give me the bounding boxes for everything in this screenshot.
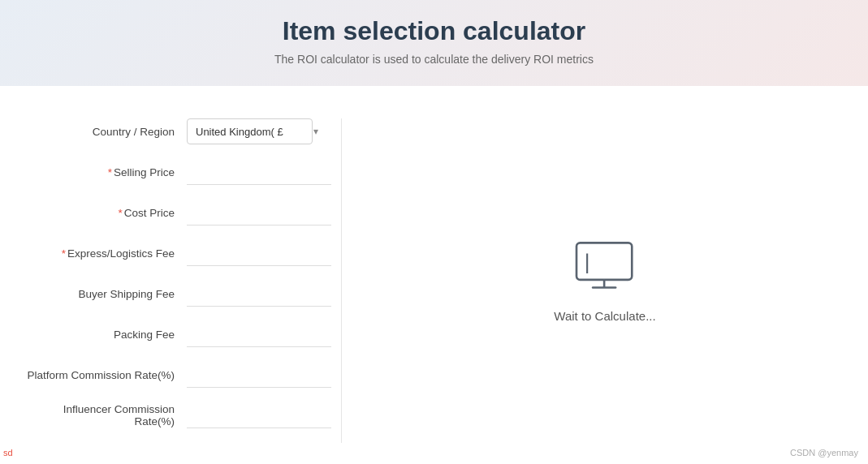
express-logistics-fee-input[interactable] bbox=[187, 240, 331, 266]
buyer-shipping-fee-row: Buyer Shipping Fee bbox=[24, 281, 325, 307]
country-select[interactable]: United Kingdom( £ bbox=[187, 118, 313, 144]
packing-fee-row: Packing Fee bbox=[24, 321, 325, 347]
page-subtitle: The ROI calculator is used to calculate … bbox=[32, 53, 836, 66]
monitor-icon bbox=[572, 239, 637, 296]
platform-commission-input[interactable] bbox=[187, 362, 331, 388]
required-star-cost: * bbox=[118, 207, 122, 219]
wait-to-calculate-text: Wait to Calculate... bbox=[554, 309, 655, 323]
country-label: Country / Region bbox=[24, 126, 187, 138]
packing-fee-label: Packing Fee bbox=[24, 329, 187, 341]
svg-rect-0 bbox=[577, 243, 632, 280]
platform-commission-row: Platform Commission Rate(%) bbox=[24, 362, 325, 388]
selling-price-row: *Selling Price bbox=[24, 159, 325, 185]
platform-commission-label: Platform Commission Rate(%) bbox=[24, 369, 187, 381]
cost-price-row: *Cost Price bbox=[24, 200, 325, 226]
page-title: Item selection calculator bbox=[32, 16, 836, 46]
chevron-down-icon: ▾ bbox=[313, 126, 318, 137]
express-logistics-fee-label: *Express/Logistics Fee bbox=[24, 247, 187, 260]
buyer-shipping-fee-label: Buyer Shipping Fee bbox=[24, 288, 187, 300]
selling-price-label: *Selling Price bbox=[24, 166, 187, 178]
country-select-wrapper: United Kingdom( £ ▾ bbox=[187, 118, 325, 144]
packing-fee-input[interactable] bbox=[187, 321, 331, 347]
watermark-text: CSDN @yenmay bbox=[790, 448, 858, 458]
cost-price-input[interactable] bbox=[187, 200, 331, 226]
influencer-commission-label: Influencer Commission Rate(%) bbox=[24, 403, 187, 427]
cost-price-label: *Cost Price bbox=[24, 207, 187, 219]
influencer-commission-row: Influencer Commission Rate(%) bbox=[24, 402, 325, 428]
selling-price-input[interactable] bbox=[187, 159, 331, 185]
required-star: * bbox=[108, 166, 112, 178]
influencer-commission-input[interactable] bbox=[187, 402, 331, 428]
buyer-shipping-fee-input[interactable] bbox=[187, 281, 331, 307]
result-section: Wait to Calculate... bbox=[342, 110, 868, 451]
express-logistics-fee-row: *Express/Logistics Fee bbox=[24, 240, 325, 266]
page-header: Item selection calculator The ROI calcul… bbox=[0, 0, 868, 86]
sd-label: sd bbox=[3, 448, 13, 458]
country-row: Country / Region United Kingdom( £ ▾ bbox=[24, 118, 325, 144]
form-section: Country / Region United Kingdom( £ ▾ *Se… bbox=[0, 110, 341, 451]
required-star-express: * bbox=[62, 247, 66, 260]
main-content: Country / Region United Kingdom( £ ▾ *Se… bbox=[0, 86, 868, 464]
